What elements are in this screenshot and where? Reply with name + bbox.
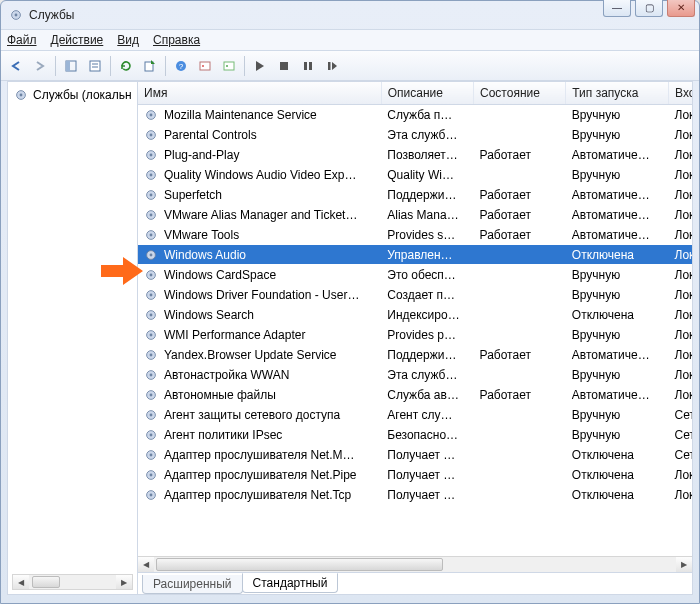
service-name-label: Windows CardSpace	[164, 268, 276, 282]
cell-name: Windows Driver Foundation - User…	[138, 285, 381, 305]
properties-icon[interactable]	[84, 55, 106, 77]
tree-root-services[interactable]: Службы (локальн	[10, 86, 135, 104]
table-row[interactable]: Quality Windows Audio Video Exp…Quality …	[138, 165, 692, 185]
titlebar: Службы — ▢ ✕	[1, 1, 699, 29]
scroll-thumb[interactable]	[32, 576, 60, 588]
table-row[interactable]: Адаптер прослушивателя Net.PipeПолучает …	[138, 465, 692, 485]
service-gear-icon	[144, 308, 158, 322]
cell-startup: Вручную	[566, 105, 669, 125]
table-row[interactable]: Plug-and-PlayПозволяет…РаботаетАвтоматич…	[138, 145, 692, 165]
scroll-track[interactable]	[154, 557, 676, 572]
col-name[interactable]: Имя	[138, 82, 381, 105]
table-row[interactable]: Parental ControlsЭта служб…ВручнуюЛока	[138, 125, 692, 145]
service-gear-icon	[144, 148, 158, 162]
cell-logon: Лока	[669, 225, 692, 245]
table-row[interactable]: Агент защиты сетевого доступаАгент слу…В…	[138, 405, 692, 425]
tree-pane: Службы (локальн ◀ ▶	[8, 82, 138, 594]
pause-icon[interactable]	[297, 55, 319, 77]
cell-name: Superfetch	[138, 185, 381, 205]
table-row[interactable]: Windows Driver Foundation - User…Создает…	[138, 285, 692, 305]
table-row[interactable]: Автонастройка WWANЭта служб…ВручнуюЛока	[138, 365, 692, 385]
i2-icon[interactable]	[218, 55, 240, 77]
tree-horizontal-scrollbar[interactable]: ◀ ▶	[12, 574, 133, 590]
cell-logon: Лока	[669, 345, 692, 365]
forward-arrow-icon[interactable]	[29, 55, 51, 77]
scroll-left-icon[interactable]: ◀	[13, 575, 29, 589]
scroll-right-icon[interactable]: ▶	[116, 575, 132, 589]
cell-state: Работает	[474, 385, 566, 405]
cell-desc: Индексиро…	[381, 305, 473, 325]
menubar: Файл Действие Вид Справка	[1, 29, 699, 51]
list-horizontal-scrollbar[interactable]: ◀ ▶	[138, 556, 692, 572]
table-row[interactable]: SuperfetchПоддержи…РаботаетАвтоматиче…Ло…	[138, 185, 692, 205]
service-gear-icon	[144, 108, 158, 122]
cell-logon: Сете	[669, 445, 692, 465]
service-table: Имя Описание Состояние Тип запуска Вхо M…	[138, 82, 692, 505]
export-icon[interactable]	[139, 55, 161, 77]
help-icon[interactable]: ?	[170, 55, 192, 77]
table-row[interactable]: Windows AudioУправлен…ОтключенаЛока	[138, 245, 692, 265]
col-logon[interactable]: Вхо	[669, 82, 692, 105]
col-desc[interactable]: Описание	[381, 82, 473, 105]
menu-view[interactable]: Вид	[117, 33, 139, 47]
table-row[interactable]: Windows CardSpaceЭто обесп…ВручнуюЛока	[138, 265, 692, 285]
scroll-right-icon[interactable]: ▶	[676, 557, 692, 572]
cell-name: Windows Audio	[138, 245, 381, 265]
menu-help[interactable]: Справка	[153, 33, 200, 47]
cell-name: Parental Controls	[138, 125, 381, 145]
cell-logon: Лока	[669, 325, 692, 345]
svg-point-29	[150, 193, 153, 196]
scroll-left-icon[interactable]: ◀	[138, 557, 154, 572]
cell-desc: Provides s…	[381, 225, 473, 245]
cell-name: Mozilla Maintenance Service	[138, 105, 381, 125]
cell-name: Автонастройка WWAN	[138, 365, 381, 385]
cell-name: Адаптер прослушивателя Net.Tcp	[138, 485, 381, 505]
table-row[interactable]: Mozilla Maintenance ServiceСлужба п…Вруч…	[138, 105, 692, 125]
table-row[interactable]: Адаптер прослушивателя Net.TcpПолучает ……	[138, 485, 692, 505]
stop-icon[interactable]	[273, 55, 295, 77]
service-name-label: Yandex.Browser Update Service	[164, 348, 337, 362]
table-row[interactable]: Автономные файлыСлужба ав…РаботаетАвтома…	[138, 385, 692, 405]
service-name-label: Windows Search	[164, 308, 254, 322]
menu-file[interactable]: Файл	[7, 33, 37, 47]
col-state[interactable]: Состояние	[474, 82, 566, 105]
toolbar-sep	[165, 56, 166, 76]
back-arrow-icon[interactable]	[5, 55, 27, 77]
tab-extended[interactable]: Расширенный	[142, 575, 243, 594]
cell-state	[474, 405, 566, 425]
tab-standard[interactable]: Стандартный	[242, 573, 339, 593]
table-row[interactable]: VMware Alias Manager and Ticket…Alias Ma…	[138, 205, 692, 225]
menu-action[interactable]: Действие	[51, 33, 104, 47]
svg-point-23	[150, 133, 153, 136]
svg-point-31	[150, 213, 153, 216]
cell-state	[474, 165, 566, 185]
cell-startup: Вручную	[566, 125, 669, 145]
table-row[interactable]: Адаптер прослушивателя Net.M…Получает …О…	[138, 445, 692, 465]
scroll-thumb[interactable]	[156, 558, 443, 571]
minimize-button[interactable]: —	[603, 0, 631, 17]
svg-point-37	[150, 273, 153, 276]
table-row[interactable]: Windows SearchИндексиро…ОтключенаЛока	[138, 305, 692, 325]
hide-pane-icon[interactable]	[60, 55, 82, 77]
table-row[interactable]: VMware ToolsProvides s…РаботаетАвтоматич…	[138, 225, 692, 245]
svg-rect-12	[224, 62, 234, 70]
col-startup[interactable]: Тип запуска	[566, 82, 669, 105]
svg-rect-10	[200, 62, 210, 70]
service-gear-icon	[144, 468, 158, 482]
start-icon[interactable]	[249, 55, 271, 77]
cell-startup: Автоматиче…	[566, 345, 669, 365]
refresh-icon[interactable]	[115, 55, 137, 77]
cell-name: Автономные файлы	[138, 385, 381, 405]
cell-logon: Лока	[669, 245, 692, 265]
scroll-track[interactable]	[29, 575, 116, 589]
i1-icon[interactable]	[194, 55, 216, 77]
table-row[interactable]: Yandex.Browser Update ServiceПоддержи…Ра…	[138, 345, 692, 365]
table-row[interactable]: Агент политики IPsecБезопасно…ВручнуюСет…	[138, 425, 692, 445]
maximize-button[interactable]: ▢	[635, 0, 663, 17]
service-name-label: Агент защиты сетевого доступа	[164, 408, 340, 422]
service-gear-icon	[144, 188, 158, 202]
close-button[interactable]: ✕	[667, 0, 695, 17]
svg-point-47	[150, 373, 153, 376]
table-row[interactable]: WMI Performance AdapterProvides p…Вручну…	[138, 325, 692, 345]
restart-icon[interactable]	[321, 55, 343, 77]
